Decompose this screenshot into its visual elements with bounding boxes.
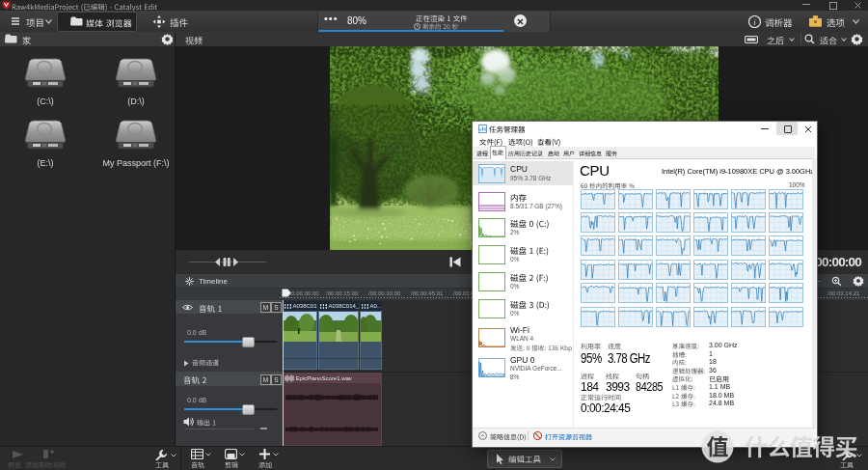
svg-text:i: i (753, 17, 756, 27)
